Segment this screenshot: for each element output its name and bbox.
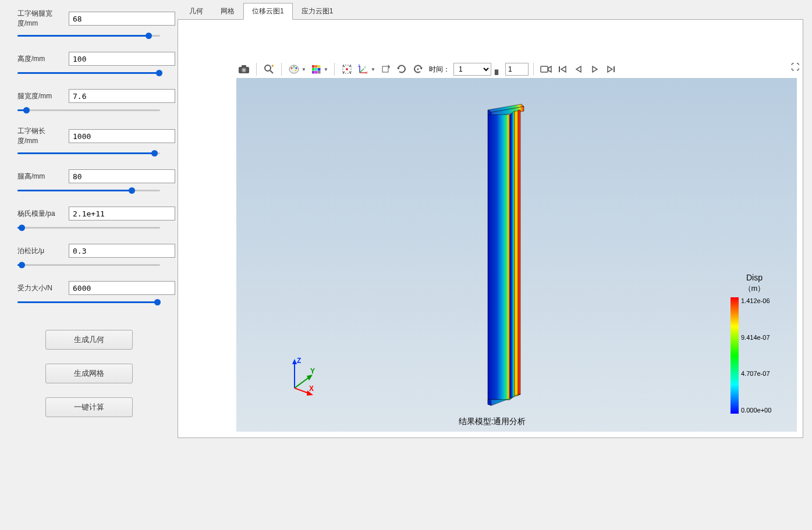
axes-icon[interactable]: XZY	[356, 62, 371, 77]
palette-icon[interactable]	[286, 62, 302, 77]
refresh-icon[interactable]	[394, 62, 409, 77]
color-legend: Disp （m） 1.412e-06 9.414e-07 4.707e-07 0…	[728, 273, 781, 414]
svg-rect-12	[312, 65, 315, 68]
legend-val-min: 0.000e+00	[741, 407, 771, 414]
triad: Z Y X	[286, 356, 321, 397]
main-area: 几何 网格 位移云图1 应力云图1 ✦ ▼	[178, 0, 812, 530]
tab-stress[interactable]: 应力云图1	[293, 3, 342, 19]
tab-mesh[interactable]: 网格	[212, 3, 243, 19]
legend-labels: 1.412e-06 9.414e-07 4.707e-07 0.000e+00	[741, 297, 771, 414]
param-youngs-modulus: 杨氏模量/pa	[17, 207, 160, 231]
svg-rect-20	[318, 71, 321, 74]
fit-view-icon[interactable]	[339, 62, 354, 77]
svg-line-54	[295, 376, 310, 388]
svg-rect-45	[488, 115, 510, 400]
svg-rect-1	[242, 65, 246, 67]
svg-marker-37	[561, 66, 566, 72]
slider-leg-height[interactable]	[17, 187, 160, 194]
svg-text:✦: ✦	[271, 64, 274, 69]
svg-marker-52	[292, 359, 297, 364]
slider-length[interactable]	[17, 150, 160, 156]
last-frame-icon[interactable]	[604, 62, 619, 77]
expand-icon[interactable]: ⛶	[791, 62, 799, 72]
svg-text:Y: Y	[364, 66, 366, 69]
camera-icon[interactable]	[236, 62, 251, 77]
reset-icon[interactable]	[410, 62, 425, 77]
legend-title: Disp	[728, 273, 781, 282]
prev-frame-icon[interactable]	[571, 62, 586, 77]
slider-force[interactable]	[17, 298, 160, 305]
time-label: 时间：	[429, 65, 450, 74]
slider-leg-width[interactable]	[17, 106, 160, 113]
svg-point-4	[265, 65, 271, 71]
generate-mesh-button[interactable]: 生成网格	[45, 364, 133, 383]
record-icon[interactable]	[538, 62, 554, 77]
rotate-view-icon[interactable]	[378, 62, 393, 77]
svg-text:X: X	[309, 385, 314, 393]
tab-geometry[interactable]: 几何	[180, 3, 212, 19]
svg-rect-16	[315, 68, 318, 71]
param-input-height[interactable]	[69, 52, 175, 66]
param-input-leg-height[interactable]	[69, 169, 175, 183]
beam-model	[482, 98, 529, 412]
param-length: 工字钢长度/mm	[17, 126, 160, 156]
svg-rect-13	[315, 65, 318, 68]
svg-point-10	[296, 67, 297, 69]
svg-point-9	[293, 66, 295, 68]
svg-line-5	[270, 70, 273, 73]
param-input-leg-width[interactable]	[69, 89, 175, 103]
param-label: 工字钢腿宽度/mm	[17, 9, 64, 29]
svg-point-22	[346, 68, 348, 70]
slider-youngs-modulus[interactable]	[17, 224, 160, 231]
step-back-icon[interactable]: ▖	[492, 64, 504, 75]
legend-unit: （m）	[728, 283, 781, 294]
param-label: 受力大小/N	[17, 283, 64, 293]
palette-dropdown-arrow[interactable]: ▼	[302, 67, 307, 72]
axes-dropdown-arrow[interactable]: ▼	[371, 67, 377, 72]
legend-val-1: 4.707e-07	[741, 370, 771, 377]
param-height: 高度/mm	[17, 52, 160, 76]
svg-marker-46	[510, 111, 515, 400]
sidebar: 工字钢腿宽度/mm 高度/mm 腿宽度/mm	[0, 0, 178, 530]
svg-rect-17	[318, 68, 321, 71]
legend-val-2: 9.414e-07	[741, 334, 771, 341]
first-frame-icon[interactable]	[555, 62, 570, 77]
svg-marker-39	[593, 66, 597, 72]
param-input-youngs-modulus[interactable]	[69, 207, 175, 220]
search-icon[interactable]: ✦	[261, 62, 276, 77]
play-icon[interactable]	[587, 62, 602, 77]
colormap-icon[interactable]	[309, 62, 324, 77]
slider-poisson-ratio[interactable]	[17, 261, 160, 268]
time-select[interactable]: 1	[453, 63, 491, 76]
tabs: 几何 网格 位移云图1 应力云图1	[180, 3, 803, 19]
svg-rect-41	[614, 66, 615, 72]
param-leg-height: 腿高/mm	[17, 169, 160, 194]
colormap-dropdown-arrow[interactable]: ▼	[324, 67, 329, 72]
slider-flange-width[interactable]	[17, 32, 160, 39]
svg-rect-19	[315, 71, 318, 74]
param-input-length[interactable]	[69, 129, 175, 143]
toolbar: ✦ ▼ ▼	[236, 61, 619, 78]
canvas-area: ✦ ▼ ▼	[178, 19, 803, 438]
svg-rect-36	[559, 66, 560, 72]
viewport-3d[interactable]: 结果模型:通用分析 Z Y X Disp	[236, 78, 797, 432]
compute-button[interactable]: 一键计算	[45, 397, 133, 417]
param-input-force[interactable]	[69, 281, 175, 295]
param-label: 腿宽度/mm	[17, 91, 64, 101]
tab-displacement[interactable]: 位移云图1	[243, 3, 293, 20]
svg-rect-18	[312, 71, 315, 74]
param-input-flange-width[interactable]	[69, 12, 175, 26]
model-label: 结果模型:通用分析	[459, 417, 526, 427]
svg-text:Y: Y	[310, 367, 315, 375]
legend-val-max: 1.412e-06	[741, 297, 771, 304]
slider-height[interactable]	[17, 69, 160, 76]
svg-text:X: X	[366, 71, 368, 74]
param-label: 杨氏模量/pa	[17, 209, 64, 219]
step-input[interactable]	[505, 63, 529, 76]
param-label: 泊松比/μ	[17, 246, 64, 256]
generate-geometry-button[interactable]: 生成几何	[45, 330, 133, 350]
svg-point-11	[295, 70, 297, 72]
param-leg-width: 腿宽度/mm	[17, 89, 160, 113]
param-force: 受力大小/N	[17, 281, 160, 305]
param-input-poisson-ratio[interactable]	[69, 244, 175, 258]
